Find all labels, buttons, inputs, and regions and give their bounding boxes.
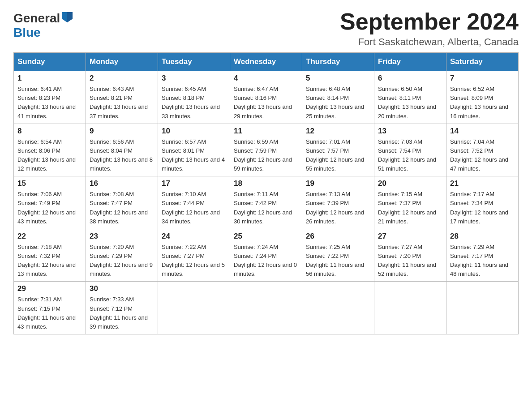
calendar-cell bbox=[374, 282, 446, 334]
week-row: 15Sunrise: 7:06 AMSunset: 7:49 PMDayligh… bbox=[14, 176, 519, 229]
day-info: Sunrise: 7:22 AMSunset: 7:27 PMDaylight:… bbox=[162, 243, 226, 279]
day-number: 6 bbox=[378, 74, 442, 83]
day-number: 26 bbox=[306, 232, 370, 241]
day-number: 4 bbox=[234, 74, 298, 83]
day-number: 10 bbox=[162, 127, 226, 136]
day-of-week-header: Wednesday bbox=[230, 53, 302, 71]
calendar-cell: 15Sunrise: 7:06 AMSunset: 7:49 PMDayligh… bbox=[14, 176, 86, 229]
calendar-cell: 27Sunrise: 7:27 AMSunset: 7:20 PMDayligh… bbox=[374, 229, 446, 282]
day-info: Sunrise: 7:10 AMSunset: 7:44 PMDaylight:… bbox=[162, 190, 226, 226]
calendar-cell: 16Sunrise: 7:08 AMSunset: 7:47 PMDayligh… bbox=[86, 176, 158, 229]
week-row: 8Sunrise: 6:54 AMSunset: 8:06 PMDaylight… bbox=[14, 124, 519, 176]
day-number: 8 bbox=[17, 127, 82, 136]
day-info: Sunrise: 7:31 AMSunset: 7:15 PMDaylight:… bbox=[17, 295, 82, 331]
week-row: 1Sunrise: 6:41 AMSunset: 8:23 PMDaylight… bbox=[14, 71, 519, 124]
day-number: 5 bbox=[306, 74, 370, 83]
day-info: Sunrise: 7:13 AMSunset: 7:39 PMDaylight:… bbox=[306, 190, 370, 226]
day-info: Sunrise: 7:20 AMSunset: 7:29 PMDaylight:… bbox=[90, 243, 154, 279]
logo: General Blue bbox=[13, 11, 73, 40]
calendar-cell: 26Sunrise: 7:25 AMSunset: 7:22 PMDayligh… bbox=[302, 229, 374, 282]
day-info: Sunrise: 7:25 AMSunset: 7:22 PMDaylight:… bbox=[306, 243, 370, 279]
day-number: 12 bbox=[306, 127, 370, 136]
calendar-cell: 9Sunrise: 6:56 AMSunset: 8:04 PMDaylight… bbox=[86, 124, 158, 176]
logo-text: General Blue bbox=[13, 11, 73, 40]
day-of-week-header: Tuesday bbox=[158, 53, 230, 71]
day-info: Sunrise: 6:41 AMSunset: 8:23 PMDaylight:… bbox=[17, 85, 82, 121]
day-number: 11 bbox=[234, 127, 298, 136]
calendar-cell: 22Sunrise: 7:18 AMSunset: 7:32 PMDayligh… bbox=[14, 229, 86, 282]
calendar-cell: 1Sunrise: 6:41 AMSunset: 8:23 PMDaylight… bbox=[14, 71, 86, 124]
day-number: 23 bbox=[90, 232, 154, 241]
day-info: Sunrise: 6:52 AMSunset: 8:09 PMDaylight:… bbox=[450, 85, 515, 121]
day-info: Sunrise: 6:59 AMSunset: 7:59 PMDaylight:… bbox=[234, 137, 298, 174]
day-of-week-header: Friday bbox=[374, 53, 446, 71]
week-row: 29Sunrise: 7:31 AMSunset: 7:15 PMDayligh… bbox=[14, 282, 519, 334]
calendar-cell: 19Sunrise: 7:13 AMSunset: 7:39 PMDayligh… bbox=[302, 176, 374, 229]
calendar-cell bbox=[302, 282, 374, 334]
day-of-week-header: Sunday bbox=[14, 53, 86, 71]
day-number: 20 bbox=[378, 179, 442, 188]
logo-icon bbox=[61, 10, 73, 22]
day-info: Sunrise: 7:24 AMSunset: 7:24 PMDaylight:… bbox=[234, 243, 298, 279]
day-number: 17 bbox=[162, 179, 226, 188]
day-number: 16 bbox=[90, 179, 154, 188]
day-number: 3 bbox=[162, 74, 226, 83]
day-info: Sunrise: 6:47 AMSunset: 8:16 PMDaylight:… bbox=[234, 85, 298, 121]
day-info: Sunrise: 6:54 AMSunset: 8:06 PMDaylight:… bbox=[17, 137, 82, 174]
calendar-cell bbox=[230, 282, 302, 334]
day-info: Sunrise: 7:27 AMSunset: 7:20 PMDaylight:… bbox=[378, 243, 442, 279]
day-number: 27 bbox=[378, 232, 442, 241]
day-info: Sunrise: 6:45 AMSunset: 8:18 PMDaylight:… bbox=[162, 85, 226, 121]
day-info: Sunrise: 6:48 AMSunset: 8:14 PMDaylight:… bbox=[306, 85, 370, 121]
calendar-cell: 17Sunrise: 7:10 AMSunset: 7:44 PMDayligh… bbox=[158, 176, 230, 229]
calendar-cell: 14Sunrise: 7:04 AMSunset: 7:52 PMDayligh… bbox=[446, 124, 519, 176]
calendar-cell: 23Sunrise: 7:20 AMSunset: 7:29 PMDayligh… bbox=[86, 229, 158, 282]
calendar-cell: 5Sunrise: 6:48 AMSunset: 8:14 PMDaylight… bbox=[302, 71, 374, 124]
day-of-week-header: Monday bbox=[86, 53, 158, 71]
calendar-cell: 8Sunrise: 6:54 AMSunset: 8:06 PMDaylight… bbox=[14, 124, 86, 176]
day-info: Sunrise: 7:06 AMSunset: 7:49 PMDaylight:… bbox=[17, 190, 82, 226]
calendar-cell: 6Sunrise: 6:50 AMSunset: 8:11 PMDaylight… bbox=[374, 71, 446, 124]
day-info: Sunrise: 7:17 AMSunset: 7:34 PMDaylight:… bbox=[450, 190, 515, 226]
calendar-cell: 20Sunrise: 7:15 AMSunset: 7:37 PMDayligh… bbox=[374, 176, 446, 229]
calendar-table: SundayMondayTuesdayWednesdayThursdayFrid… bbox=[13, 52, 519, 334]
calendar-cell: 7Sunrise: 6:52 AMSunset: 8:09 PMDaylight… bbox=[446, 71, 519, 124]
calendar-cell: 12Sunrise: 7:01 AMSunset: 7:57 PMDayligh… bbox=[302, 124, 374, 176]
day-info: Sunrise: 7:03 AMSunset: 7:54 PMDaylight:… bbox=[378, 137, 442, 174]
day-number: 19 bbox=[306, 179, 370, 188]
calendar-cell: 18Sunrise: 7:11 AMSunset: 7:42 PMDayligh… bbox=[230, 176, 302, 229]
day-info: Sunrise: 6:50 AMSunset: 8:11 PMDaylight:… bbox=[378, 85, 442, 121]
day-number: 18 bbox=[234, 179, 298, 188]
day-number: 28 bbox=[450, 232, 515, 241]
calendar-cell: 29Sunrise: 7:31 AMSunset: 7:15 PMDayligh… bbox=[14, 282, 86, 334]
day-number: 14 bbox=[450, 127, 515, 136]
day-number: 7 bbox=[450, 74, 515, 83]
calendar-cell: 21Sunrise: 7:17 AMSunset: 7:34 PMDayligh… bbox=[446, 176, 519, 229]
day-info: Sunrise: 6:56 AMSunset: 8:04 PMDaylight:… bbox=[90, 137, 154, 174]
calendar-cell: 25Sunrise: 7:24 AMSunset: 7:24 PMDayligh… bbox=[230, 229, 302, 282]
day-number: 1 bbox=[17, 74, 82, 83]
svg-marker-1 bbox=[67, 12, 73, 22]
day-of-week-header: Saturday bbox=[446, 53, 519, 71]
week-row: 22Sunrise: 7:18 AMSunset: 7:32 PMDayligh… bbox=[14, 229, 519, 282]
calendar-cell: 30Sunrise: 7:33 AMSunset: 7:12 PMDayligh… bbox=[86, 282, 158, 334]
day-number: 22 bbox=[17, 232, 82, 241]
day-number: 2 bbox=[90, 74, 154, 83]
day-info: Sunrise: 7:29 AMSunset: 7:17 PMDaylight:… bbox=[450, 243, 515, 279]
day-number: 24 bbox=[162, 232, 226, 241]
day-number: 13 bbox=[378, 127, 442, 136]
calendar-cell: 4Sunrise: 6:47 AMSunset: 8:16 PMDaylight… bbox=[230, 71, 302, 124]
day-number: 29 bbox=[17, 284, 82, 293]
day-number: 21 bbox=[450, 179, 515, 188]
calendar-cell: 13Sunrise: 7:03 AMSunset: 7:54 PMDayligh… bbox=[374, 124, 446, 176]
day-number: 30 bbox=[90, 284, 154, 293]
day-info: Sunrise: 7:33 AMSunset: 7:12 PMDaylight:… bbox=[90, 295, 154, 331]
days-header-row: SundayMondayTuesdayWednesdayThursdayFrid… bbox=[14, 53, 519, 71]
calendar-cell bbox=[158, 282, 230, 334]
day-info: Sunrise: 7:01 AMSunset: 7:57 PMDaylight:… bbox=[306, 137, 370, 174]
day-info: Sunrise: 7:08 AMSunset: 7:47 PMDaylight:… bbox=[90, 190, 154, 226]
calendar-cell: 10Sunrise: 6:57 AMSunset: 8:01 PMDayligh… bbox=[158, 124, 230, 176]
day-info: Sunrise: 6:43 AMSunset: 8:21 PMDaylight:… bbox=[90, 85, 154, 121]
calendar-cell: 11Sunrise: 6:59 AMSunset: 7:59 PMDayligh… bbox=[230, 124, 302, 176]
day-number: 15 bbox=[17, 179, 82, 188]
